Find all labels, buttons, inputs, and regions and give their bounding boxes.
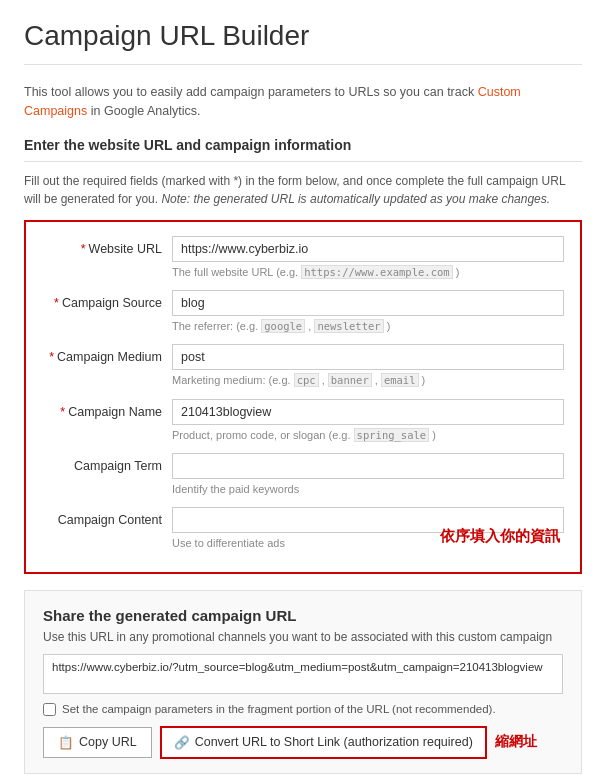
website-url-input[interactable] bbox=[172, 236, 564, 262]
campaign-source-input[interactable] bbox=[172, 290, 564, 316]
section-title: Enter the website URL and campaign infor… bbox=[24, 137, 582, 162]
form-annotation: 依序填入你的資訊 bbox=[440, 527, 560, 546]
result-section: Share the generated campaign URL Use thi… bbox=[24, 590, 582, 774]
label-campaign-content: Campaign Content bbox=[42, 507, 172, 527]
label-campaign-name: *Campaign Name bbox=[42, 399, 172, 419]
hint-website-url: The full website URL (e.g. https://www.e… bbox=[172, 265, 564, 280]
fragment-checkbox-label: Set the campaign parameters in the fragm… bbox=[62, 703, 496, 715]
hint-campaign-medium: Marketing medium: (e.g. cpc , banner , e… bbox=[172, 373, 564, 388]
convert-url-button[interactable]: 🔗 Convert URL to Short Link (authorizati… bbox=[160, 726, 487, 759]
result-url-wrap: https://www.cyberbiz.io/?utm_source=blog… bbox=[43, 654, 563, 697]
field-wrap-campaign-name: Product, promo code, or slogan (e.g. spr… bbox=[172, 399, 564, 443]
campaign-medium-input[interactable] bbox=[172, 344, 564, 370]
hint-campaign-name: Product, promo code, or slogan (e.g. spr… bbox=[172, 428, 564, 443]
label-campaign-term: Campaign Term bbox=[42, 453, 172, 473]
campaign-name-input[interactable] bbox=[172, 399, 564, 425]
copy-url-button[interactable]: 📋 Copy URL bbox=[43, 727, 152, 758]
label-campaign-source: *Campaign Source bbox=[42, 290, 172, 310]
page-title: Campaign URL Builder bbox=[24, 20, 582, 65]
copy-url-label: Copy URL bbox=[79, 735, 137, 749]
field-wrap-campaign-term: Identify the paid keywords bbox=[172, 453, 564, 497]
result-subtitle: Use this URL in any promotional channels… bbox=[43, 630, 563, 644]
label-website-url: *Website URL bbox=[42, 236, 172, 256]
action-row: 📋 Copy URL 🔗 Convert URL to Short Link (… bbox=[43, 726, 563, 759]
copy-icon: 📋 bbox=[58, 735, 74, 750]
link-icon: 🔗 bbox=[174, 735, 190, 750]
result-url-textarea[interactable]: https://www.cyberbiz.io/?utm_source=blog… bbox=[43, 654, 563, 694]
field-wrap-website-url: The full website URL (e.g. https://www.e… bbox=[172, 236, 564, 280]
form-row-campaign-name: *Campaign Name Product, promo code, or s… bbox=[42, 399, 564, 443]
label-campaign-medium: *Campaign Medium bbox=[42, 344, 172, 364]
hint-campaign-term: Identify the paid keywords bbox=[172, 482, 564, 497]
form-row-campaign-content: Campaign Content Use to differentiate ad… bbox=[42, 507, 564, 551]
convert-url-label: Convert URL to Short Link (authorization… bbox=[195, 735, 473, 749]
form-row-campaign-term: Campaign Term Identify the paid keywords bbox=[42, 453, 564, 497]
campaign-term-input[interactable] bbox=[172, 453, 564, 479]
result-annotation: 縮網址 bbox=[495, 733, 537, 751]
intro-paragraph: This tool allows you to easily add campa… bbox=[24, 83, 582, 121]
fill-instruction: Fill out the required fields (marked wit… bbox=[24, 172, 582, 208]
form-row-website-url: *Website URL The full website URL (e.g. … bbox=[42, 236, 564, 280]
result-title: Share the generated campaign URL bbox=[43, 607, 563, 624]
fragment-checkbox-row: Set the campaign parameters in the fragm… bbox=[43, 703, 563, 716]
form-row-campaign-source: *Campaign Source The referrer: (e.g. goo… bbox=[42, 290, 564, 334]
field-wrap-campaign-medium: Marketing medium: (e.g. cpc , banner , e… bbox=[172, 344, 564, 388]
field-wrap-campaign-source: The referrer: (e.g. google , newsletter … bbox=[172, 290, 564, 334]
fragment-checkbox[interactable] bbox=[43, 703, 56, 716]
campaign-form: *Website URL The full website URL (e.g. … bbox=[24, 220, 582, 574]
form-row-campaign-medium: *Campaign Medium Marketing medium: (e.g.… bbox=[42, 344, 564, 388]
hint-campaign-source: The referrer: (e.g. google , newsletter … bbox=[172, 319, 564, 334]
